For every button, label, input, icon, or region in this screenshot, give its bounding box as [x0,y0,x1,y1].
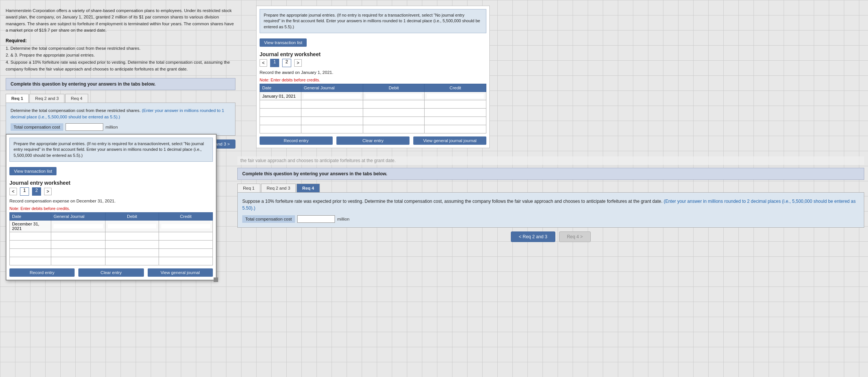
view-transaction-btn-floating[interactable]: View transaction list [9,167,57,175]
unit-label: million [105,125,118,129]
table-row [260,109,486,117]
cell-credit-right[interactable] [425,109,486,117]
req4-panel: the fair value approach and chooses to a… [237,156,864,242]
page-2-right[interactable]: 2 [282,59,291,67]
view-journal-btn-floating[interactable]: View general journal [148,268,213,277]
page-1-floating[interactable]: 1 [20,187,29,196]
cell-date-right: January 01, 2021 [260,92,301,100]
cell-journal[interactable] [51,257,105,265]
journal-title-right: Journal entry worksheet [260,51,486,57]
th-journal-right: General Journal [301,84,363,92]
page-nav-floating: < 1 2 > [9,187,213,196]
cell-date [10,257,51,265]
cell-journal-right[interactable] [301,100,363,109]
req4-description: Suppose a 10% forfeiture rate was expect… [242,198,859,211]
journal-title-floating: Journal entry worksheet [9,180,213,186]
clear-entry-btn-right[interactable]: Clear entry [336,136,410,145]
tab-req4[interactable]: Req 4 [65,94,88,103]
cell-credit-right[interactable] [425,117,486,125]
cell-credit[interactable] [159,249,213,257]
req1-input-row: Total compensation cost million [11,123,231,131]
clear-entry-btn-floating[interactable]: Clear entry [78,268,144,277]
cell-journal[interactable] [51,221,105,232]
cell-debit[interactable] [105,232,159,241]
cell-credit-right[interactable] [425,92,486,100]
cell-debit-right[interactable] [363,100,425,109]
resize-handle[interactable] [214,277,218,282]
record-entry-btn-right[interactable]: Record entry [260,136,333,145]
table-row [10,232,213,241]
action-buttons-floating: Record entry Clear entry View general jo… [9,268,213,277]
cell-credit-right[interactable] [425,125,486,133]
th-journal-floating: General Journal [51,213,105,221]
total-comp-input[interactable] [66,123,103,131]
problem-description: Hammerstein Corporation offers a variety… [6,8,235,34]
blurred-text: the fair value approach and chooses to a… [237,156,864,165]
th-debit-floating: Debit [105,213,159,221]
cell-date [10,232,51,241]
cell-journal[interactable] [51,241,105,249]
table-row: January 01, 2021 [260,92,486,100]
th-credit-right: Credit [425,84,486,92]
req4-tabs: Req 1 Req 2 and 3 Req 4 [237,184,864,193]
table-row [10,249,213,257]
cell-debit-right[interactable] [363,125,425,133]
req4-prev-btn[interactable]: < Req 2 and 3 [511,231,555,242]
page-prev-btn-right[interactable]: < [260,59,267,67]
th-date-floating: Date [10,213,51,221]
page-next-btn-floating[interactable]: > [44,188,52,195]
page-prev-btn-floating[interactable]: < [9,188,17,195]
cell-debit-right[interactable] [363,92,425,100]
table-row: December 31, 2021 [10,221,213,232]
record-entry-btn-floating[interactable]: Record entry [9,268,75,277]
cell-credit[interactable] [159,257,213,265]
complete-instruction: Complete this question by entering your … [6,78,235,90]
cell-credit-right[interactable] [425,100,486,109]
req4-tab2[interactable]: Req 2 and 3 [261,184,296,192]
th-credit-floating: Credit [159,213,213,221]
total-comp-label: Total compensation cost [11,123,63,131]
view-transaction-btn-right[interactable]: View transaction list [260,38,307,47]
cell-credit[interactable] [159,232,213,241]
th-date-right: Date [260,84,301,92]
cell-journal-right[interactable] [301,125,363,133]
page-next-btn-right[interactable]: > [294,59,302,67]
cell-journal-right[interactable] [301,109,363,117]
page-1-right[interactable]: 1 [270,59,279,67]
journal-table-right: Date General Journal Debit Credit Januar… [260,84,486,133]
req4-comp-input[interactable] [297,215,335,223]
page-nav-right: < 1 2 > [260,59,486,67]
cell-credit[interactable] [159,241,213,249]
tab-req1[interactable]: Req 1 [6,94,29,103]
cell-journal[interactable] [51,232,105,241]
cell-credit[interactable] [159,221,213,232]
req4-tab3[interactable]: Req 4 [296,184,319,192]
table-row [260,100,486,109]
cell-debit[interactable] [105,249,159,257]
table-row [260,125,486,133]
cell-journal-right[interactable] [301,117,363,125]
page-2-floating[interactable]: 2 [32,187,41,196]
req4-comp-label: Total compensation cost [242,215,295,223]
cell-debit[interactable] [105,221,159,232]
cell-debit-right[interactable] [363,109,425,117]
req4-next-btn[interactable]: Req 4 > [559,231,591,242]
cell-date [10,249,51,257]
req4-tab1[interactable]: Req 1 [237,184,260,192]
journal-table-floating: Date General Journal Debit Credit Decemb… [9,212,213,265]
tab-req2and3[interactable]: Req 2 and 3 [29,94,64,103]
cell-journal-right[interactable] [301,92,363,100]
cell-debit[interactable] [105,257,159,265]
th-debit-right: Debit [363,84,425,92]
table-row [10,257,213,265]
note-credits-right: Note: Enter debits before credits. [260,78,486,82]
cell-date-right [260,109,301,117]
cell-journal[interactable] [51,249,105,257]
cell-debit[interactable] [105,241,159,249]
cell-debit-right[interactable] [363,117,425,125]
cell-date-right [260,117,301,125]
right-top-instruction: Prepare the appropriate journal entries.… [260,9,486,33]
right-top-journal: Prepare the appropriate journal entries.… [256,6,490,148]
note-credits-floating: Note: Enter debits before credits. [9,206,213,211]
view-journal-btn-right[interactable]: View general journal journal [413,136,486,145]
